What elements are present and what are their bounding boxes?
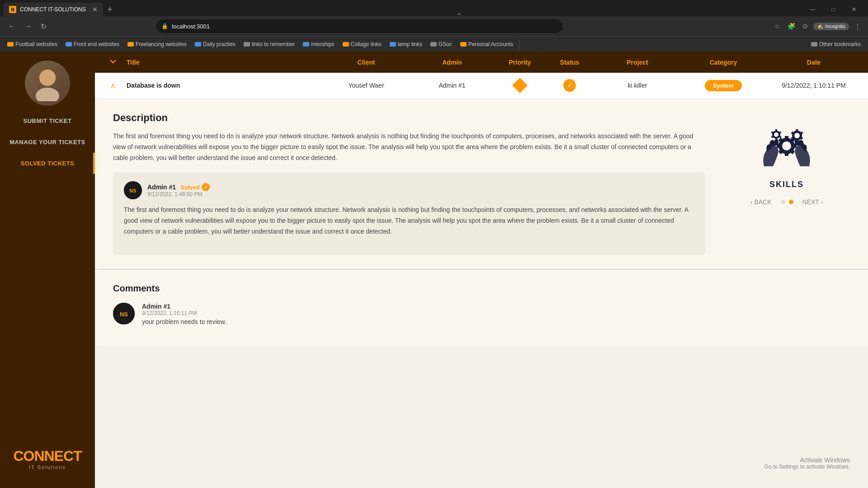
svg-point-2	[39, 70, 56, 86]
bookmark-label-gsoc: GSoc	[439, 41, 452, 47]
ticket-client: Yousef Waer	[326, 82, 407, 89]
svg-rect-17	[796, 129, 798, 132]
comment-date: 9/12/2022, 1:10:11 PM	[142, 310, 850, 316]
back-button[interactable]: ←	[5, 20, 18, 32]
tab-close-button[interactable]: ✕	[92, 6, 98, 13]
bookmark-icon-collage	[343, 42, 349, 47]
sidebar-item-submit[interactable]: SUBMIT TICKET	[0, 110, 95, 131]
response-header: NS Admin #1 Solved ✓ 9/12/202	[124, 181, 694, 199]
th-admin: Admin	[411, 59, 493, 66]
bookmark-separator	[519, 40, 520, 49]
th-project: Project	[597, 59, 678, 66]
svg-rect-20	[796, 139, 798, 142]
sidebar-item-solved[interactable]: SOLVED TICKETS	[0, 153, 95, 174]
bookmark-icon-frontend	[66, 42, 72, 47]
menu-button[interactable]: ⋮	[853, 21, 863, 32]
comment-avatar: NS	[113, 303, 135, 324]
bookmark-icon-gsoc	[430, 42, 437, 47]
comment-body: Admin #1 9/12/2022, 1:10:11 PM your prob…	[142, 303, 850, 325]
comment-text: your problem needs to review.	[142, 318, 850, 325]
description-text: The first and foremost thing you need to…	[113, 131, 705, 163]
svg-rect-7	[785, 136, 788, 140]
priority-diamond-icon	[512, 78, 528, 93]
skills-back-button[interactable]: ‹ BACK	[750, 198, 772, 206]
status-check-icon: ✓	[563, 79, 576, 92]
svg-rect-25	[775, 129, 777, 131]
comments-section: Comments NS Admin #1 9/12/2022, 1:10:11 …	[95, 270, 868, 346]
extensions-icon[interactable]: 🧩	[786, 21, 797, 32]
reload-button[interactable]: ↻	[38, 20, 49, 33]
bookmark-freelancing[interactable]: Freelancing websites	[124, 39, 190, 49]
profile-icon[interactable]: ⊙	[801, 21, 810, 32]
bookmark-icon-temp	[390, 42, 396, 47]
bookmark-temp[interactable]: temp links	[386, 39, 426, 49]
nav-dot-1	[781, 200, 785, 204]
bookmark-icon-daily	[195, 42, 201, 47]
response-meta: Admin #1 Solved ✓ 9/12/2022, 1:48:50 PM	[147, 183, 210, 197]
lock-icon: 🔒	[161, 23, 168, 29]
maximize-button[interactable]: □	[823, 3, 844, 16]
logo-sub: IT Solutions	[13, 465, 81, 470]
ticket-title: Database is down	[127, 82, 321, 89]
minimize-button[interactable]: —	[802, 3, 823, 16]
th-collapse	[104, 57, 122, 67]
bookmark-icon-other	[811, 42, 817, 47]
bookmark-links[interactable]: links to remember	[240, 39, 298, 49]
response-admin-avatar: NS	[124, 181, 142, 199]
forward-button[interactable]: →	[22, 20, 34, 32]
ticket-description-area: Description The first and foremost thing…	[113, 112, 705, 255]
bookmark-frontend[interactable]: Front end websites	[62, 39, 123, 49]
svg-rect-11	[785, 152, 788, 156]
address-bar[interactable]: 🔒 localhost:3001	[156, 19, 563, 33]
bookmark-icon-interships	[303, 42, 309, 47]
comment-author: Admin #1	[142, 303, 850, 310]
bookmarks-bar: Football websites Front end websites Fre…	[0, 36, 868, 52]
bookmark-label-collage: Collage links	[351, 41, 382, 47]
logo-area: CONNECT IT Solutions	[4, 439, 90, 479]
new-tab-button[interactable]: +	[103, 3, 117, 16]
bookmark-label-other: Other bookmarks	[819, 41, 861, 47]
bookmark-personal[interactable]: Personal Accounts	[457, 39, 517, 49]
bookmark-label-freelancing: Freelancing websites	[136, 41, 187, 47]
skills-label: SKILLS	[769, 180, 804, 189]
ticket-category: System	[683, 80, 764, 91]
bookmark-interships[interactable]: interships	[299, 39, 338, 49]
bookmark-gsoc[interactable]: GSoc	[427, 39, 456, 49]
logo-text: CONNECT	[13, 448, 81, 465]
svg-point-6	[782, 141, 791, 150]
bookmark-label-personal: Personal Accounts	[468, 41, 513, 47]
svg-rect-9	[793, 144, 797, 148]
bookmark-other[interactable]: Other bookmarks	[807, 39, 864, 49]
window-controls: — □ ✕	[802, 3, 864, 16]
bookmark-football[interactable]: Football websites	[4, 39, 61, 49]
sidebar-item-manage[interactable]: MANAGE YOUR TICKETS	[0, 131, 95, 153]
response-date: 9/12/2022, 1:48:50 PM	[147, 191, 210, 197]
comments-title: Comments	[113, 283, 850, 294]
activate-windows-subtext: Go to Settings to activate Windows.	[764, 464, 850, 470]
comment-item: NS Admin #1 9/12/2022, 1:10:11 PM your p…	[113, 303, 850, 325]
bookmark-collage[interactable]: Collage links	[339, 39, 385, 49]
ticket-row[interactable]: ∧ Database is down Yousef Waer Admin #1 …	[95, 73, 868, 99]
response-body: The first and foremost thing you need to…	[124, 205, 694, 237]
bookmark-label-temp: temp links	[398, 41, 422, 47]
skills-next-button[interactable]: NEXT ›	[802, 198, 823, 206]
svg-point-24	[774, 132, 778, 137]
active-tab[interactable]: N CONNECT IT-SOLUTIONS ✕	[4, 3, 103, 16]
close-button[interactable]: ✕	[844, 3, 864, 16]
response-status-label: Solved ✓	[180, 183, 210, 191]
collapse-button[interactable]: ∧	[104, 81, 122, 90]
sidebar: SUBMIT TICKET MANAGE YOUR TICKETS SOLVED…	[0, 52, 95, 488]
skills-panel: SKILLS ‹ BACK NEXT ›	[723, 112, 850, 255]
ticket-admin: Admin #1	[411, 82, 493, 89]
app-container: SUBMIT TICKET MANAGE YOUR TICKETS SOLVED…	[0, 52, 868, 488]
bookmark-daily[interactable]: Daily practies	[191, 39, 239, 49]
bookmark-star-icon[interactable]: ☆	[773, 21, 782, 32]
activate-windows-text: Activate Windows	[764, 456, 850, 464]
tab-overflow-button[interactable]: ⌄	[453, 9, 466, 16]
response-admin-name: Admin #1	[147, 183, 176, 191]
nav-right-controls: ☆ 🧩 ⊙ 🕵 Incognito ⋮	[773, 21, 863, 32]
incognito-icon: 🕵	[817, 23, 823, 29]
bookmark-label-football: Football websites	[15, 41, 57, 47]
th-priority: Priority	[497, 59, 542, 66]
nav-dots	[781, 200, 793, 204]
